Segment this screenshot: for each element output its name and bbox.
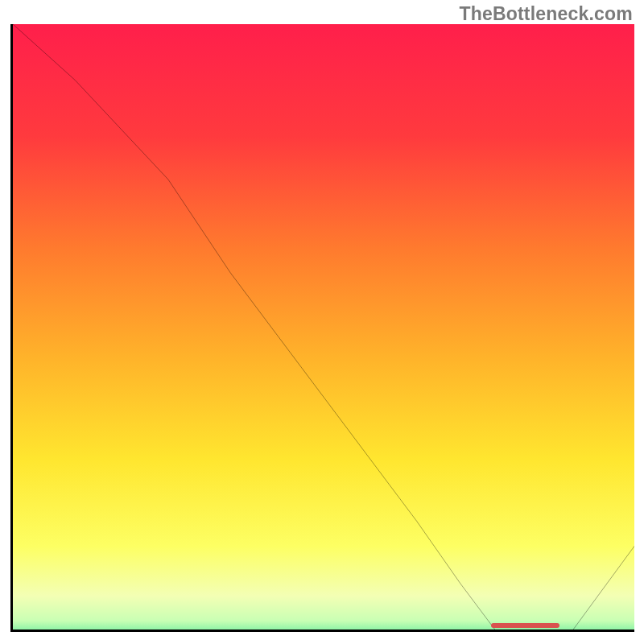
plot-area (10, 24, 634, 632)
chart-line (13, 24, 634, 632)
watermark-text: TheBottleneck.com (459, 3, 633, 25)
optimal-region-marker (491, 623, 559, 628)
